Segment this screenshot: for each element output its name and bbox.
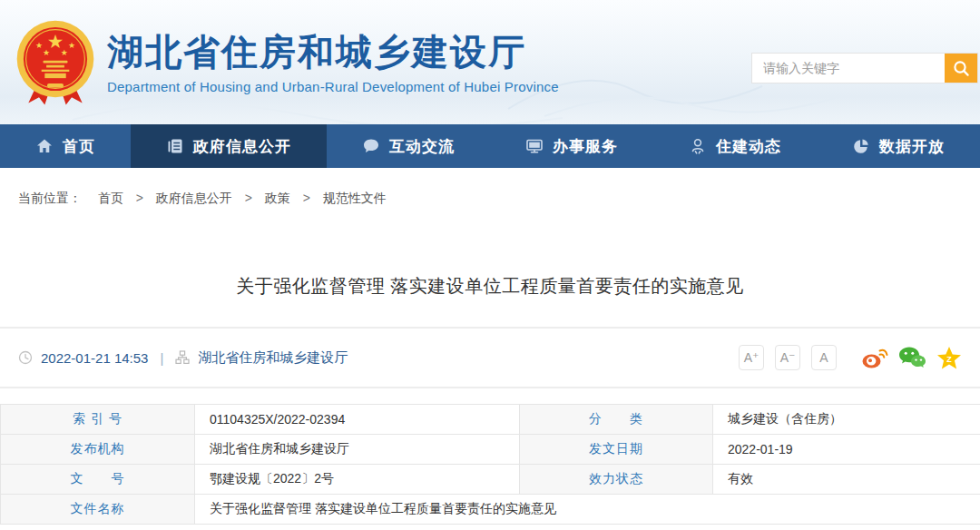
wechat-icon[interactable] [898, 346, 926, 369]
nav-item-label: 住建动态 [716, 136, 781, 157]
svg-text:Z: Z [946, 354, 952, 363]
search-icon [953, 60, 970, 77]
chat-icon [362, 137, 380, 155]
category-label: 分 类 [520, 405, 713, 435]
doc-number-value: 鄂建设规〔2022〕2号 [195, 465, 520, 495]
validity-status-label: 效力状态 [520, 465, 713, 495]
article-meta-row: 2022-01-21 14:53 | 湖北省住房和城乡建设厅 A⁺ A⁻ A [0, 341, 980, 374]
doc-title-label: 文件名称 [1, 495, 195, 525]
nav-item-services[interactable]: 办事服务 [490, 124, 653, 168]
breadcrumb-separator: > [245, 191, 252, 205]
nav-item-news[interactable]: 住建动态 [653, 124, 817, 168]
sitemap-icon [175, 350, 190, 365]
divider [0, 327, 980, 329]
clock-icon [18, 350, 33, 365]
breadcrumb-item-gov-info[interactable]: 政府信息公开 [156, 191, 232, 205]
table-row: 发布机构 湖北省住房和城乡建设厅 发文日期 2022-01-19 [1, 435, 980, 465]
meta-separator: | [160, 350, 163, 366]
validity-status-value: 有效 [713, 465, 980, 495]
nav-item-label: 数据开放 [879, 136, 945, 157]
main-nav: 首页 政府信息公开 互动交流 办事服务 [0, 124, 980, 168]
article-source[interactable]: 湖北省住房和城乡建设厅 [198, 349, 348, 367]
home-icon [35, 137, 54, 155]
breadcrumb-separator: > [136, 191, 143, 205]
index-number-label: 索 引 号 [1, 405, 195, 435]
breadcrumb-separator: > [303, 191, 310, 205]
site-header: ★ ★ ★ ★ ★ 湖北省住房和城乡建设厅 Department of Hous… [0, 0, 980, 124]
breadcrumb: 当前位置： 首页 > 政府信息公开 > 政策 > 规范性文件 [0, 168, 980, 207]
breadcrumb-item-home[interactable]: 首页 [98, 191, 123, 205]
nav-item-label: 办事服务 [553, 136, 618, 157]
article-meta: 2022-01-21 14:53 | 湖北省住房和城乡建设厅 [18, 349, 348, 367]
nav-item-interaction[interactable]: 互动交流 [327, 124, 490, 168]
person-icon [689, 137, 707, 155]
font-decrease-button[interactable]: A⁻ [775, 345, 800, 370]
search-button[interactable] [945, 54, 977, 83]
monitor-icon [525, 137, 544, 155]
svg-text:★: ★ [43, 48, 50, 57]
qzone-icon[interactable]: Z [936, 346, 962, 370]
breadcrumb-item-policy[interactable]: 政策 [265, 191, 290, 205]
svg-text:★: ★ [35, 41, 43, 50]
share-group: Z [862, 346, 962, 370]
pie-chart-icon [852, 137, 870, 155]
nav-item-label: 互动交流 [389, 136, 455, 157]
breadcrumb-item-normative-docs[interactable]: 规范性文件 [323, 191, 387, 205]
font-reset-button[interactable]: A [811, 345, 837, 370]
divider [0, 387, 980, 388]
site-title-block: 湖北省住房和城乡建设厅 Department of Housing and Ur… [107, 33, 559, 94]
weibo-icon[interactable] [862, 347, 888, 368]
index-number-value: 01104325X/2022-02394 [195, 405, 520, 435]
table-row: 索 引 号 01104325X/2022-02394 分 类 城乡建设（含住房） [1, 405, 980, 435]
issuing-agency-label: 发布机构 [1, 435, 195, 465]
nav-item-label: 政府信息公开 [193, 136, 291, 157]
search-input[interactable] [752, 54, 945, 83]
article-title: 关于强化监督管理 落实建设单位工程质量首要责任的实施意见 [0, 274, 980, 299]
svg-text:★: ★ [68, 41, 75, 50]
publish-time: 2022-01-21 14:53 [41, 350, 148, 366]
table-row: 文件名称 关于强化监督管理 落实建设单位工程质量首要责任的实施意见 [1, 495, 980, 525]
font-increase-button[interactable]: A⁺ [739, 345, 764, 370]
document-icon [166, 137, 184, 155]
issue-date-label: 发文日期 [520, 435, 713, 465]
breadcrumb-location-label: 当前位置： [18, 191, 82, 205]
doc-number-label: 文 号 [1, 465, 195, 495]
document-info-table: 索 引 号 01104325X/2022-02394 分 类 城乡建设（含住房）… [0, 404, 980, 525]
site-search [751, 53, 978, 83]
table-row: 文 号 鄂建设规〔2022〕2号 效力状态 有效 [1, 465, 980, 495]
nav-item-label: 首页 [63, 136, 95, 157]
category-value: 城乡建设（含住房） [713, 405, 980, 435]
site-title: 湖北省住房和城乡建设厅 [107, 33, 559, 73]
nav-item-open-data[interactable]: 数据开放 [817, 124, 980, 168]
nav-item-home[interactable]: 首页 [0, 124, 131, 168]
issuing-agency-value: 湖北省住房和城乡建设厅 [195, 435, 520, 465]
nav-item-gov-info[interactable]: 政府信息公开 [131, 124, 327, 168]
site-subtitle: Department of Housing and Urban-Rural De… [107, 79, 559, 94]
doc-title-value: 关于强化监督管理 落实建设单位工程质量首要责任的实施意见 [195, 495, 980, 525]
national-emblem-logo: ★ ★ ★ ★ ★ [15, 18, 96, 112]
issue-date-value: 2022-01-19 [713, 435, 980, 465]
article-toolbar: A⁺ A⁻ A [739, 345, 962, 370]
svg-text:★: ★ [61, 48, 68, 57]
